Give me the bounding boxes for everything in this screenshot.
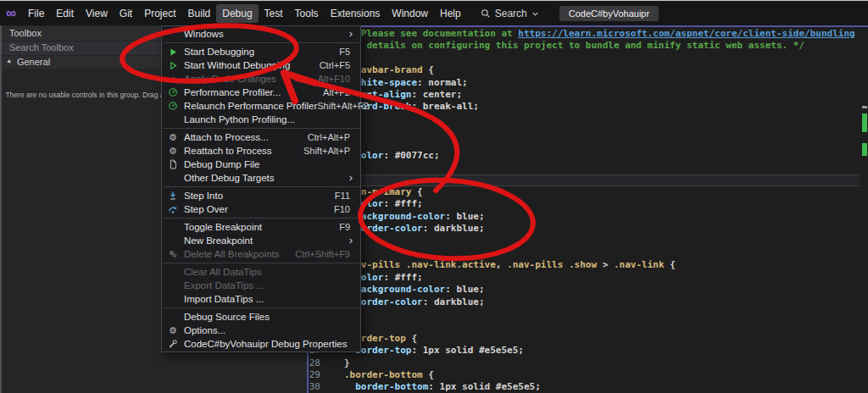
editor-scrollbar[interactable] [860,27,868,393]
menubar-item-view[interactable]: View [80,4,114,23]
attach-process-icon: ⚙ [162,146,184,156]
code-line-10[interactable]: 10a { [309,138,868,150]
code-line-21[interactable]: 21 color: #fff; [309,272,868,284]
search-control[interactable]: Search [476,5,544,22]
code-token: } [344,357,350,368]
menubar-item-project[interactable]: Project [138,4,181,23]
main-area: Toolbox Search Toolbox General There are… [0,25,868,393]
menubar-item-window[interactable]: Window [386,4,434,23]
code-line-3[interactable]: 3 [309,53,868,64]
step-over-icon [162,204,184,214]
options-gear-icon: ⚙ [162,325,184,335]
menubar-item-git[interactable]: Git [114,4,138,23]
menu-item-debug-source-files[interactable]: Debug Source Files [162,310,360,324]
menubar-item-debug[interactable]: Debug [216,4,258,23]
menu-item-options[interactable]: ⚙Options... [162,324,360,337]
code-line-18[interactable]: 18} [309,235,868,247]
menu-item-step-over[interactable]: Step OverF10 [162,202,360,216]
menubar-item-test[interactable]: Test [259,4,289,23]
code-line-5[interactable]: 5 white-space: normal; [309,77,868,89]
code-token: 1px solid #e5e5e5; [440,381,541,392]
menu-item-other-debug-targets[interactable]: Other Debug Targets› [162,171,360,185]
menubar-item-build[interactable]: Build [182,4,217,23]
code-line-26[interactable]: 26.border-top { [309,333,868,345]
menu-item-launch-python-profiling[interactable]: Launch Python Profiling... [162,113,360,126]
menubar-item-file[interactable]: File [22,4,50,23]
code-line-16[interactable]: 16 background-color: blue; [309,211,868,223]
code-line-20[interactable]: 20.nav-pills .nav-link.active, .nav-pill… [309,259,868,271]
code-token: blue; [456,284,484,295]
menu-item-shortcut: F11 [335,191,360,201]
menu-item-label: New Breakpoint [184,235,349,246]
expanded-triangle-icon [6,58,14,67]
menu-item-toggle-breakpoint[interactable]: Toggle BreakpointF9 [162,220,360,234]
code-line-12[interactable]: 12} [309,162,868,174]
menu-item-reattach-to-process[interactable]: ⚙Reattach to ProcessShift+Alt+P [162,144,360,158]
code-line-6[interactable]: 6 text-align: center; [309,89,868,101]
code-line-14[interactable]: 14.btn-primary { [309,186,868,198]
menu-item-start-debugging[interactable]: Start DebuggingF5 [162,45,360,58]
menu-item-windows[interactable]: Windows› [162,27,360,41]
menu-item-shortcut: Shift+Alt+F2 [317,101,379,111]
menu-item-label: Relaunch Performance Profiler [184,101,317,111]
code-token: : [423,296,434,307]
menu-item-label: Start Debugging [184,47,339,57]
code-line-15[interactable]: 15 color: #fff; [309,198,868,210]
saved-change-mark [862,143,867,156]
code-line-19[interactable]: 19 [309,247,868,259]
code-line-24[interactable]: 24} [309,308,868,320]
code-line-1[interactable]: 1/* Please see documentation at https://… [309,28,868,40]
menu-item-start-without-debugging[interactable]: Start Without DebuggingCtrl+F5 [162,58,360,72]
code-line-28[interactable]: 28} [309,357,868,369]
menubar-item-tools[interactable]: Tools [289,4,325,23]
menu-item-delete-all-breakpoints: Delete All BreakpointsCtrl+Shift+F9 [162,247,360,261]
code-token: border-color [355,223,422,234]
saved-change-mark [862,113,867,132]
menu-item-relaunch-performance-profiler[interactable]: Relaunch Performance ProfilerShift+Alt+F… [162,99,360,113]
code-line-22[interactable]: 22 background-color: blue; [309,284,868,296]
menu-item-label: Other Debug Targets [184,173,349,183]
attach-process-icon: ⚙ [162,132,184,142]
code-token: : [417,77,428,88]
code-token: break-all; [423,101,479,112]
menu-item-new-breakpoint[interactable]: New Breakpoint› [162,234,360,247]
code-line-2[interactable]: 2for details on configuring this project… [309,40,868,52]
code-line-7[interactable]: 7 word-break: break-all; [309,101,868,113]
menu-item-shortcut: Shift+Alt+P [303,146,360,156]
code-line-30[interactable]: 30 border-bottom: 1px solid #e5e5e5; [309,381,868,393]
code-token: : [383,150,394,161]
code-token: : [445,284,456,295]
menu-item-debug-dump-file[interactable]: Debug Dump File [162,158,360,171]
menubar-item-help[interactable]: Help [434,4,467,23]
code-token: : [445,211,456,222]
code-line-8[interactable]: 8} [309,113,868,125]
delete-breakpoints-icon [162,249,184,259]
code-token: text-align [355,89,411,100]
menu-item-label: Performance Profiler... [184,87,323,97]
code-line-17[interactable]: 17 border-color: darkblue; [309,223,868,235]
menubar-item-extensions[interactable]: Extensions [325,4,387,23]
menu-item-attach-to-process[interactable]: ⚙Attach to Process...Ctrl+Alt+P [162,130,360,144]
menu-item-label: Export DataTips ... [184,280,360,291]
code-line-23[interactable]: 23 border-color: darkblue; [309,296,868,308]
code-line-4[interactable]: 4a.navbar-brand { [309,64,868,76]
search-label: Search [495,8,527,19]
code-line-29[interactable]: 29.border-bottom { [309,369,868,381]
menu-item-shortcut: Alt+F2 [323,87,360,97]
menu-item-performance-profiler[interactable]: Performance Profiler...Alt+F2 [162,86,360,99]
menubar-item-edit[interactable]: Edit [50,4,80,23]
code-line-27[interactable]: 27 border-top: 1px solid #e5e5e5; [309,345,868,357]
menu-item-codec-byvohauipr-debug-properties[interactable]: CodeC#byVohauipr Debug Properties [162,337,360,351]
code-editor[interactable]: 1/* Please see documentation at https://… [307,25,868,393]
menu-item-label: Toggle Breakpoint [184,222,339,232]
code-line-25[interactable]: 25 [309,320,868,332]
menu-item-import-datatips[interactable]: Import DataTips ... [162,292,360,306]
code-line-13[interactable]: 13 [309,174,868,186]
code-line-11[interactable]: 11 color: #0077cc; [309,150,868,162]
code-token: { [411,186,422,197]
solution-name-badge[interactable]: CodeC#byVohauipr [559,6,659,21]
menu-item-step-into[interactable]: Step IntoF11 [162,189,360,202]
menu-item-label: Step Into [184,191,335,201]
code-line-9[interactable]: 9 [309,125,868,137]
menu-item-label: Clear All DataTips [184,267,360,277]
